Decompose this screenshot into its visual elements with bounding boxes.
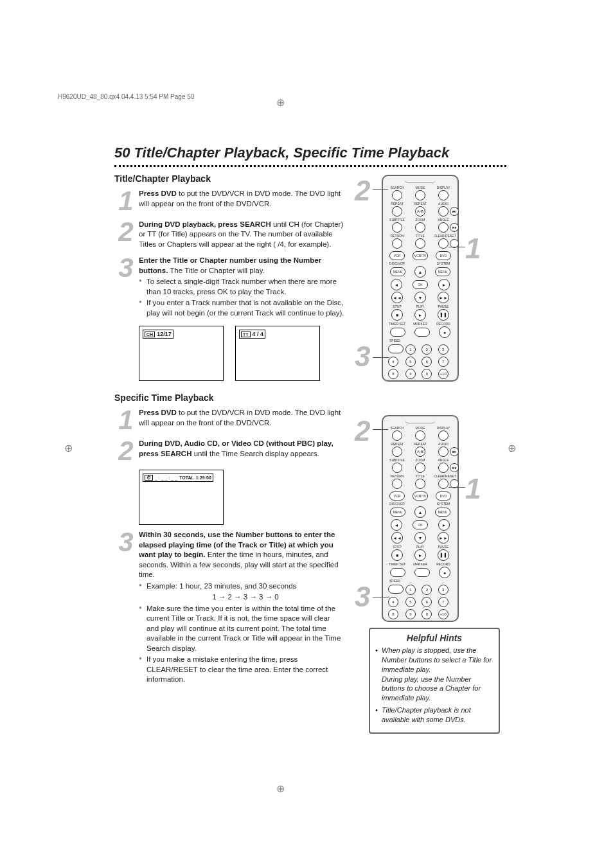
speed-button[interactable] — [388, 585, 404, 594]
num-9-button[interactable]: 9 — [405, 369, 416, 379]
stop-button[interactable]: ■ — [391, 549, 403, 561]
dvd-mode-button[interactable]: DVD — [436, 251, 451, 260]
down-arrow-button[interactable]: ▼ — [414, 292, 426, 303]
skip-back-button[interactable]: ⏮ — [450, 463, 459, 472]
vcr-tv-mode-button[interactable]: VCR/TV — [413, 492, 428, 500]
num-1-button[interactable]: 1 — [405, 344, 416, 355]
dvd-mode-button[interactable]: DVD — [436, 492, 451, 500]
num-2-button[interactable]: 2 — [422, 585, 432, 595]
menu-left-button[interactable]: MENU — [390, 508, 405, 517]
num-0-button[interactable]: 0 — [422, 369, 432, 379]
num-plus10-button[interactable]: +10 — [438, 369, 449, 379]
record-button[interactable]: ● — [439, 567, 450, 578]
step-number: 3 — [114, 256, 136, 280]
return-button[interactable] — [392, 238, 402, 249]
menu-left-button[interactable]: MENU — [390, 267, 405, 276]
num-5-button[interactable]: 5 — [405, 357, 416, 367]
rewind-button[interactable]: ◄◄ — [391, 532, 403, 544]
vcr-mode-button[interactable]: VCR — [389, 492, 405, 500]
up-arrow-button[interactable]: ▲ — [414, 266, 426, 278]
mode-button[interactable] — [415, 430, 425, 441]
hint-item: When play is stopped, use the Number but… — [375, 646, 493, 703]
title-button[interactable] — [415, 479, 425, 489]
up-arrow-button[interactable]: ▲ — [414, 506, 426, 518]
left-arrow-button[interactable]: ◄ — [391, 519, 402, 531]
zoom-button[interactable] — [415, 222, 425, 233]
label-marker: MARKER — [411, 562, 430, 566]
num-0-button[interactable]: 0 — [422, 609, 432, 619]
num-3-button[interactable]: 3 — [438, 344, 449, 355]
subtitle-button[interactable] — [392, 222, 402, 233]
audio-button[interactable] — [438, 206, 449, 217]
repeat-button[interactable] — [392, 206, 402, 217]
num-7-button[interactable]: 7 — [438, 357, 449, 367]
title-button[interactable] — [415, 238, 425, 249]
ok-button[interactable]: OK — [413, 280, 428, 289]
clear-reset-button[interactable] — [438, 238, 449, 249]
repeat-ab-button[interactable]: A-B — [415, 447, 425, 457]
repeat-ab-button[interactable]: A-B — [415, 206, 425, 217]
skip-fwd-button[interactable]: ⏭ — [450, 447, 459, 456]
label-mode: MODE — [411, 426, 430, 430]
label-display: DISPLAY — [434, 426, 453, 430]
step-number: 2 — [114, 439, 136, 463]
timer-set-button[interactable] — [390, 568, 405, 577]
speed-button[interactable] — [388, 344, 404, 353]
num-9-button[interactable]: 9 — [405, 609, 416, 619]
label-clear-reset: CLEAR/RESET — [434, 234, 453, 238]
vcr-tv-mode-button[interactable]: VCR/TV — [413, 251, 428, 260]
vcr-mode-button[interactable]: VCR — [389, 251, 405, 260]
menu-right-button[interactable]: MENU — [435, 267, 450, 276]
label-angle: ANGLE — [434, 218, 453, 222]
num-5-button[interactable]: 5 — [405, 597, 416, 607]
clear-reset-button[interactable] — [438, 479, 449, 489]
stop-button[interactable]: ■ — [391, 309, 403, 321]
osd-inner: CH 12/17 — [143, 330, 173, 339]
marker-button[interactable] — [414, 328, 430, 337]
mode-button[interactable] — [415, 190, 425, 200]
play-button[interactable]: ► — [414, 309, 426, 321]
record-button[interactable]: ● — [439, 326, 450, 338]
num-6-button[interactable]: 6 — [422, 357, 432, 367]
right-arrow-button[interactable]: ► — [438, 519, 450, 531]
marker-button[interactable] — [414, 568, 430, 577]
osd-inner: ⏱ _ : _ _ : _ _ TOTAL 1:29:00 — [143, 474, 213, 482]
skip-fwd-button[interactable]: ⏭ — [450, 207, 459, 216]
label-stop: STOP — [387, 545, 407, 549]
pause-button[interactable]: ❚❚ — [438, 309, 449, 321]
ok-button[interactable]: OK — [413, 520, 428, 529]
play-button[interactable]: ► — [414, 549, 426, 561]
fast-forward-button[interactable]: ►► — [438, 532, 449, 544]
angle-button[interactable] — [438, 463, 449, 473]
num-8-button[interactable]: 8 — [388, 609, 398, 619]
angle-button[interactable] — [438, 222, 449, 233]
display-button[interactable] — [438, 430, 449, 441]
subtitle-button[interactable] — [392, 463, 402, 473]
right-arrow-button[interactable]: ► — [438, 279, 450, 290]
return-button[interactable] — [392, 479, 402, 489]
num-1-button[interactable]: 1 — [405, 585, 416, 595]
left-arrow-button[interactable]: ◄ — [391, 279, 402, 290]
repeat-button[interactable] — [392, 447, 402, 457]
num-6-button[interactable]: 6 — [422, 597, 432, 607]
fast-forward-button[interactable]: ►► — [438, 292, 449, 303]
display-button[interactable] — [438, 190, 449, 200]
search-button[interactable] — [392, 430, 402, 441]
num-8-button[interactable]: 8 — [388, 369, 398, 379]
menu-right-button[interactable]: MENU — [435, 508, 450, 517]
down-arrow-button[interactable]: ▼ — [414, 532, 426, 544]
num-plus10-button[interactable]: +10 — [438, 609, 449, 619]
pause-button[interactable]: ❚❚ — [438, 549, 449, 561]
num-4-button[interactable]: 4 — [388, 597, 398, 607]
num-4-button[interactable]: 4 — [388, 357, 398, 367]
audio-button[interactable] — [438, 447, 449, 457]
num-2-button[interactable]: 2 — [422, 344, 432, 355]
timer-set-button[interactable] — [390, 328, 405, 337]
num-3-button[interactable]: 3 — [438, 585, 449, 595]
num-7-button[interactable]: 7 — [438, 597, 449, 607]
zoom-button[interactable] — [415, 463, 425, 473]
search-button[interactable] — [392, 190, 402, 200]
rewind-button[interactable]: ◄◄ — [391, 292, 403, 303]
skip-back-button[interactable]: ⏮ — [450, 223, 459, 232]
label-angle: ANGLE — [434, 458, 453, 462]
